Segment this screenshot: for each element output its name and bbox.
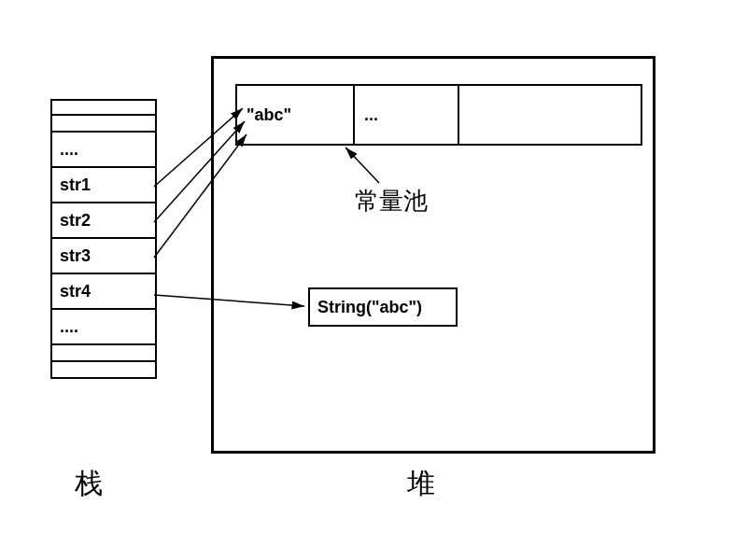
stack-cell-empty-bot2 xyxy=(52,362,155,379)
stack-cell-str4: str4 xyxy=(52,274,155,310)
stack-cell-str2: str2 xyxy=(52,203,155,239)
stack-label: 栈 xyxy=(75,465,103,503)
stack-container: .... str1 str2 str3 str4 .... xyxy=(50,99,157,379)
constant-pool-label: 常量池 xyxy=(355,185,428,217)
stack-cell-text: str1 xyxy=(60,175,91,195)
pool-cell-text: ... xyxy=(364,105,378,125)
stack-cell-empty-top xyxy=(52,99,155,116)
pool-cell-text: "abc" xyxy=(247,105,291,125)
stack-cell-text: .... xyxy=(60,140,78,160)
constant-pool-container: "abc" ... xyxy=(235,84,642,146)
stack-cell-empty-top2 xyxy=(52,116,155,133)
stack-cell-empty-bot xyxy=(52,345,155,362)
stack-cell-dots1: .... xyxy=(52,133,155,168)
heap-label: 堆 xyxy=(407,465,435,503)
stack-cell-str3: str3 xyxy=(52,239,155,274)
stack-cell-text: str4 xyxy=(60,282,91,301)
stack-cell-text: .... xyxy=(60,317,78,337)
stack-cell-str1: str1 xyxy=(52,168,155,203)
string-object-box: String("abc") xyxy=(308,287,458,327)
stack-cell-text: str3 xyxy=(60,246,91,266)
pool-cell-dots: ... xyxy=(355,86,459,144)
pool-cell-empty xyxy=(459,86,641,144)
stack-cell-dots2: .... xyxy=(52,310,155,345)
pool-cell-abc: "abc" xyxy=(237,86,355,144)
string-object-text: String("abc") xyxy=(317,298,422,317)
memory-diagram: .... str1 str2 str3 str4 .... "abc" ... … xyxy=(0,0,747,560)
stack-cell-text: str2 xyxy=(60,211,91,231)
